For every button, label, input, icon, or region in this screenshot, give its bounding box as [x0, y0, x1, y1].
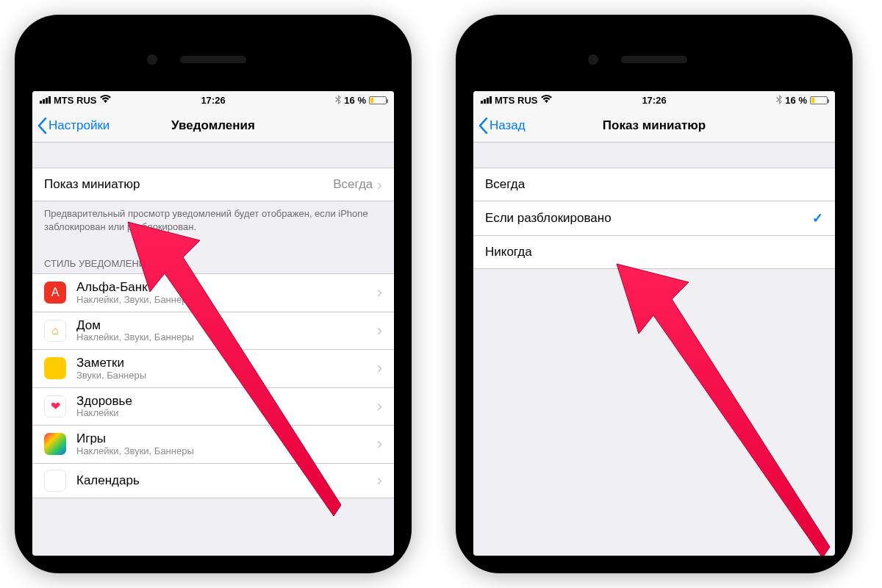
battery-icon — [369, 96, 387, 104]
nav-back-label: Настройки — [49, 118, 110, 133]
chevron-right-icon: › — [377, 397, 385, 416]
content-area[interactable]: ВсегдаЕсли разблокировано✓Никогда — [473, 143, 835, 556]
screen-right: MTS RUS 17:26 16 % Наз — [473, 91, 835, 556]
phone-device-left: MTS RUS 17:26 16 % Нас — [15, 15, 412, 573]
navigation-bar: Настройки Уведомления — [32, 109, 394, 143]
app-row[interactable]: ❤ЗдоровьеНаклейки› — [32, 388, 394, 426]
option-label: Никогда — [485, 245, 532, 259]
app-name-label: Здоровье — [76, 394, 367, 409]
chevron-right-icon: › — [377, 283, 385, 302]
app-name-label: Игры — [76, 431, 367, 446]
bezel: MTS RUS 17:26 16 % Наз — [466, 25, 842, 563]
section-header-notif-style: СТИЛЬ УВЕДОМЛЕНИЙ — [32, 245, 394, 273]
chevron-right-icon: › — [377, 177, 382, 192]
spacer — [32, 143, 394, 168]
navigation-bar: Назад Показ миниатюр — [473, 109, 835, 143]
speaker-slot — [180, 56, 246, 63]
wifi-icon — [541, 95, 552, 105]
nav-title: Показ миниатюр — [473, 118, 835, 133]
chevron-right-icon: › — [377, 434, 385, 453]
status-bar: MTS RUS 17:26 16 % — [32, 91, 394, 109]
app-name-label: Дом — [76, 318, 367, 333]
content-area[interactable]: Показ миниатюр Всегда › Предварительный … — [32, 143, 394, 556]
app-name-label: Календарь — [76, 473, 367, 488]
app-icon: ❤ — [44, 395, 66, 417]
cell-signal-icon — [481, 96, 492, 104]
app-row[interactable]: AАльфа-БанкНаклейки, Звуки, Баннеры› — [32, 273, 394, 312]
option-list: ВсегдаЕсли разблокировано✓Никогда — [473, 168, 835, 269]
app-icon — [44, 433, 66, 455]
app-row[interactable]: ⌂ДомНаклейки, Звуки, Баннеры› — [32, 312, 394, 350]
chevron-right-icon: › — [377, 359, 385, 378]
bezel: MTS RUS 17:26 16 % Нас — [25, 25, 401, 563]
battery-icon — [810, 96, 828, 104]
app-name-label: Альфа-Банк — [76, 280, 367, 295]
option-row[interactable]: Если разблокировано✓ — [473, 201, 835, 236]
screen-left: MTS RUS 17:26 16 % Нас — [32, 91, 394, 556]
app-sub-label: Наклейки, Звуки, Баннеры — [76, 332, 367, 343]
app-row[interactable]: ЗаметкиЗвуки, Баннеры› — [32, 350, 394, 387]
app-icon — [44, 357, 66, 379]
app-sub-label: Наклейки, Звуки, Баннеры — [76, 295, 367, 306]
chevron-left-icon — [478, 118, 488, 134]
option-label: Всегда — [485, 177, 525, 192]
app-row[interactable]: Календарь› — [32, 464, 394, 498]
battery-percent: 16 % — [344, 95, 366, 106]
carrier-label: MTS RUS — [54, 95, 97, 106]
app-list: AАльфа-БанкНаклейки, Звуки, Баннеры›⌂Дом… — [32, 273, 394, 498]
checkmark-icon: ✓ — [812, 210, 823, 226]
option-row[interactable]: Всегда — [473, 168, 835, 201]
bluetooth-icon — [776, 95, 782, 106]
app-row[interactable]: ИгрыНаклейки, Звуки, Баннеры› — [32, 426, 394, 463]
nav-back-button[interactable]: Настройки — [32, 118, 110, 134]
row-show-previews[interactable]: Показ миниатюр Всегда › — [32, 168, 394, 201]
option-label: Если разблокировано — [485, 211, 612, 226]
section-footer-note: Предварительный просмотр уведомлений буд… — [32, 201, 394, 245]
speaker-slot — [621, 56, 687, 63]
cell-signal-icon — [40, 96, 51, 104]
app-icon: ⌂ — [44, 320, 66, 342]
status-bar: MTS RUS 17:26 16 % — [473, 91, 835, 109]
wifi-icon — [100, 95, 111, 105]
row-value: Всегда — [333, 177, 373, 192]
front-camera — [147, 54, 157, 65]
bluetooth-icon — [335, 95, 341, 106]
front-camera — [588, 54, 598, 65]
app-name-label: Заметки — [76, 356, 367, 370]
app-sub-label: Звуки, Баннеры — [76, 370, 367, 381]
app-sub-label: Наклейки — [76, 408, 367, 419]
spacer — [473, 143, 835, 168]
option-row[interactable]: Никогда — [473, 236, 835, 269]
phone-device-right: MTS RUS 17:26 16 % Наз — [456, 15, 853, 573]
app-icon: A — [44, 282, 66, 304]
nav-back-button[interactable]: Назад — [473, 118, 526, 134]
chevron-right-icon: › — [377, 471, 385, 490]
app-icon — [44, 470, 66, 492]
nav-back-label: Назад — [490, 118, 526, 133]
chevron-right-icon: › — [377, 321, 385, 340]
carrier-label: MTS RUS — [495, 95, 538, 106]
row-label: Показ миниатюр — [44, 177, 140, 192]
chevron-left-icon — [37, 118, 47, 134]
battery-percent: 16 % — [785, 95, 807, 106]
app-sub-label: Наклейки, Звуки, Баннеры — [76, 446, 367, 457]
